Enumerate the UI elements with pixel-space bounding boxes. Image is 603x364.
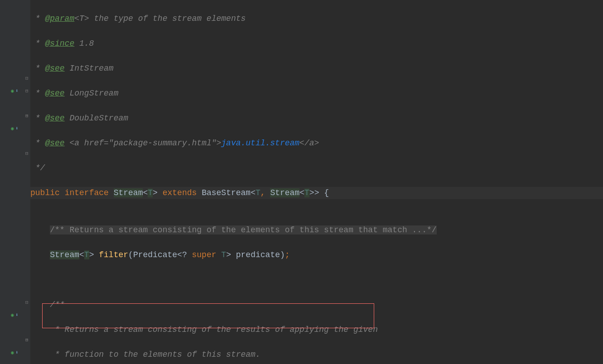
folded-doc[interactable]: /** Returns a stream consisting of the e… — [30, 224, 603, 237]
override-arrow-icon[interactable]: ⬇ — [15, 350, 19, 355]
implements-icon[interactable]: ◉ — [11, 313, 14, 318]
fold-plus-icon[interactable]: ⊞ — [25, 114, 29, 119]
doc-line: * @since 1.8 — [30, 38, 603, 50]
gutter: ⊡ ◉ ⬇ ⊟ ⊞ ◉ ⬇ ⊟ ⊡ ◉ ⬇ ⊞ ◉ ⬇ — [0, 0, 30, 364]
code-area[interactable]: * @param<T> the type of the stream eleme… — [30, 0, 603, 364]
doc-line: /** — [30, 299, 603, 311]
blank-line — [30, 199, 603, 212]
method-filter: Stream<T> filter(Predicate<? super T> pr… — [30, 249, 603, 262]
fold-minus-icon[interactable]: ⊟ — [25, 151, 29, 156]
implements-icon[interactable]: ◉ — [11, 89, 14, 94]
doc-line: * @param<T> the type of the stream eleme… — [30, 13, 603, 25]
doc-line: * Returns a stream consisting of the res… — [30, 324, 603, 336]
doc-line: */ — [30, 162, 603, 175]
fold-end-icon[interactable]: ⊡ — [25, 76, 29, 81]
override-arrow-icon[interactable]: ⬇ — [15, 126, 19, 131]
doc-line: * @see <a href="package-summary.html">ja… — [30, 137, 603, 150]
override-arrow-icon[interactable]: ⬇ — [15, 89, 19, 94]
implements-icon[interactable]: ◉ — [11, 350, 14, 355]
fold-end-icon[interactable]: ⊡ — [25, 300, 29, 305]
doc-line: * @see LongStream — [30, 87, 603, 100]
interface-declaration: public interface Stream<T> extends BaseS… — [30, 187, 603, 200]
doc-line: * @see DoubleStream — [30, 112, 603, 125]
doc-line: * @see IntStream — [30, 62, 603, 75]
blank-line — [30, 274, 603, 287]
override-arrow-icon[interactable]: ⬇ — [15, 313, 19, 318]
fold-plus-icon[interactable]: ⊞ — [25, 338, 29, 343]
implements-icon[interactable]: ◉ — [11, 126, 14, 131]
doc-line: * function to the elements of this strea… — [30, 349, 603, 361]
code-editor: ⊡ ◉ ⬇ ⊟ ⊞ ◉ ⬇ ⊟ ⊡ ◉ ⬇ ⊞ ◉ ⬇ * @param<T> … — [0, 0, 603, 364]
fold-minus-icon[interactable]: ⊟ — [25, 89, 29, 94]
